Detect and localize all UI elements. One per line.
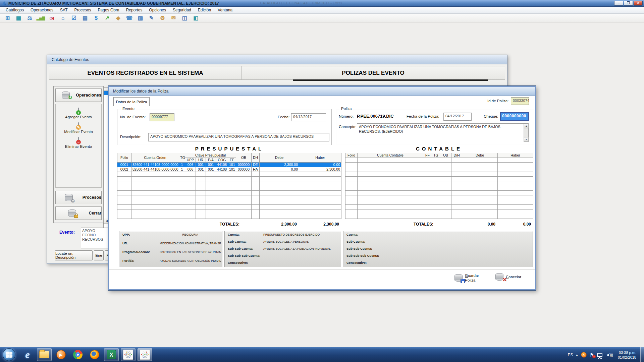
chrome-icon[interactable] bbox=[70, 348, 85, 361]
antivirus-icon[interactable]: a bbox=[581, 352, 587, 358]
exit-icon[interactable]: ◧ bbox=[190, 14, 201, 22]
menu-operaciones[interactable]: Operaciones bbox=[28, 7, 56, 13]
ledger-book-icon[interactable]: ▤ bbox=[79, 14, 91, 22]
atom-2-icon bbox=[140, 350, 150, 360]
language-indicator[interactable]: ES bbox=[568, 353, 573, 357]
scroll-up-icon[interactable]: ▲ bbox=[524, 124, 529, 128]
empty-row bbox=[117, 186, 341, 191]
table-row[interactable]: 000282500-441-44108-0000-000010060010014… bbox=[117, 167, 341, 172]
tab-eventos-registrados[interactable]: EVENTOS REGISTRADOS EN EL SISTEMA bbox=[49, 66, 241, 80]
sidebar-panel: ↻ Operaciones +Agregar Evento✎Modificar … bbox=[53, 86, 104, 223]
info-row: Sub Cuenta:AYUDAS SOCIALES A PERSONAS bbox=[225, 238, 341, 245]
fecha-evento-field[interactable]: 04/12/2017 bbox=[291, 113, 326, 121]
sidebar-item-operaciones[interactable]: ↻ Operaciones bbox=[55, 88, 102, 102]
show-desktop-button[interactable] bbox=[640, 347, 644, 362]
month-ene-button[interactable]: Ene bbox=[94, 250, 104, 260]
sidebar-item-agregar-evento[interactable]: +Agregar Evento bbox=[56, 108, 101, 119]
evento-value-box[interactable]: APOYO ECONO RECURSOS bbox=[81, 228, 110, 248]
concepto-scrollbar[interactable]: ▲ ▼ bbox=[524, 124, 528, 142]
tasks-check-icon[interactable]: ☑ bbox=[68, 14, 79, 22]
excel-icon[interactable]: X bbox=[104, 348, 119, 361]
info-value: AYUDAS SOCIALES A LA POBLACIÓN INDIVIDUA… bbox=[160, 259, 221, 262]
sidebar-actions: +Agregar Evento✎Modificar Evento−Elimina… bbox=[55, 104, 102, 188]
budget-dollar-icon[interactable]: ($) bbox=[46, 14, 57, 22]
minimize-button[interactable]: – bbox=[614, 1, 623, 6]
media-icon[interactable]: ◫ bbox=[179, 14, 190, 22]
hidden-icons-button[interactable]: ▴ bbox=[576, 353, 578, 357]
menu-reportes[interactable]: Reportes bbox=[123, 7, 146, 13]
info-value: REGIDURÍA bbox=[160, 233, 221, 236]
settings-gear-icon[interactable]: ⚙ bbox=[157, 14, 168, 22]
locate-on-descripcion-button[interactable]: Locate on: Descripción bbox=[55, 250, 93, 260]
sidebar-item-modificar-evento[interactable]: ✎Modificar Evento bbox=[56, 123, 101, 134]
numero-value: P.PEE.006719.DIC bbox=[357, 114, 394, 119]
money-icon[interactable]: $ bbox=[91, 14, 102, 22]
menu-sat[interactable]: SAT bbox=[57, 7, 70, 13]
taskbar-clock[interactable]: 03:38 p.m. 01/02/2018 bbox=[618, 350, 636, 360]
no-evento-label: No. de Evento: bbox=[120, 115, 146, 119]
fecha-evento-label: Fecha: bbox=[278, 115, 289, 119]
close-button[interactable]: × bbox=[634, 1, 643, 6]
guardar-poliza-button[interactable]: GuardarPoliza bbox=[454, 273, 479, 283]
scroll-down-icon[interactable]: ▼ bbox=[524, 137, 529, 142]
maximize-button[interactable]: ❒ bbox=[624, 1, 633, 6]
mail-icon[interactable]: ✉ bbox=[168, 14, 179, 22]
contabilidad-app-2-icon[interactable] bbox=[138, 348, 152, 361]
balance-scales-icon[interactable]: ⚖ bbox=[24, 14, 35, 22]
info-row: Sub Cuenta: bbox=[343, 238, 533, 245]
concepto-field[interactable]: APOYO ECONOMICO PAAREALIZAR UNA TOMOGRAF… bbox=[357, 123, 529, 142]
menu-procesos[interactable]: Procesos bbox=[71, 7, 94, 13]
sidebar-item-eliminar-evento[interactable]: −Eliminar Evento bbox=[56, 137, 101, 148]
table-row[interactable]: 000182600-441-44108-0000-000010060010014… bbox=[117, 163, 341, 167]
internet-explorer-icon[interactable]: e bbox=[20, 348, 35, 361]
file-explorer-icon[interactable] bbox=[37, 348, 52, 361]
concepto-label: Concepto: bbox=[339, 125, 356, 129]
bank-building-icon[interactable]: ⌂ bbox=[57, 14, 68, 22]
menu-edición[interactable]: Edición bbox=[195, 7, 214, 13]
fecha-poliza-field[interactable]: 04/12/2017 bbox=[443, 113, 472, 121]
contable-totales-label: TOTALES: bbox=[414, 222, 433, 227]
presupuestal-title: PRESUPUESTAL bbox=[117, 146, 342, 152]
sidebar-item-label: Agregar Evento bbox=[56, 115, 101, 119]
report-icon[interactable]: ▥ bbox=[135, 14, 146, 22]
empty-row bbox=[117, 191, 341, 195]
cancelar-button[interactable]: × Cancelar bbox=[495, 273, 521, 281]
tab-polizas-del-evento[interactable]: POLIZAS DEL EVENTO bbox=[241, 66, 505, 80]
menu-seguridad[interactable]: Seguridad bbox=[170, 7, 194, 13]
tab-datos-de-la-poliza[interactable]: Datos de la Poliza bbox=[113, 97, 150, 106]
menu-opciones[interactable]: Opciones bbox=[146, 7, 169, 13]
edit-document-icon[interactable]: ✎ bbox=[146, 14, 157, 22]
info-label: Consecutivo: bbox=[346, 261, 367, 264]
catalog-grid-icon[interactable]: ⊞ bbox=[2, 14, 13, 22]
menu-catálogos[interactable]: Catálogos bbox=[3, 7, 27, 13]
empty-row bbox=[345, 200, 533, 205]
info-label: Sub Sub Cuenta: bbox=[346, 247, 372, 250]
network-icon[interactable] bbox=[597, 353, 602, 357]
id-poliza-value: 00033074 bbox=[511, 97, 529, 105]
contable-total-haber: 0.00 bbox=[497, 222, 531, 227]
income-arrow-icon[interactable]: ↗ bbox=[102, 14, 113, 22]
contabilidad-app-icon[interactable] bbox=[121, 348, 136, 361]
taskbar: e ▶ X ES ▴ a ⚑× ◄))) 03:38 p.m. 01/02/20… bbox=[0, 347, 644, 362]
menu-ventana[interactable]: Ventana bbox=[215, 7, 235, 13]
empty-row bbox=[345, 172, 533, 177]
start-button[interactable] bbox=[3, 348, 15, 361]
no-evento-field[interactable]: 00009777 bbox=[150, 113, 174, 121]
action-center-flag-icon[interactable]: ⚑× bbox=[590, 352, 594, 358]
purchases-icon[interactable]: ◈ bbox=[113, 14, 124, 22]
empty-row bbox=[345, 181, 533, 186]
cheque-field[interactable]: 0000000000 bbox=[500, 112, 529, 121]
contable-table: FolioCuenta ContableFFTGOBD/HDebeHaber bbox=[345, 153, 533, 219]
empty-row bbox=[345, 205, 533, 209]
sidebar-item-cerrar[interactable]: Cerrar bbox=[55, 206, 102, 220]
volume-icon[interactable]: ◄))) bbox=[605, 352, 613, 357]
menu-pagos-obra[interactable]: Pagos Obra bbox=[95, 7, 122, 13]
phone-icon[interactable]: ☎ bbox=[124, 14, 135, 22]
descripcion-field[interactable]: APOYO ECONOMICO PAAREALIZAR UNA TOMOGRAF… bbox=[148, 133, 329, 141]
firefox-icon[interactable] bbox=[87, 348, 102, 361]
bar-chart-icon[interactable]: ▂▅▇ bbox=[35, 14, 46, 22]
calendar-icon[interactable]: ▦ bbox=[13, 14, 24, 22]
media-player-icon[interactable]: ▶ bbox=[54, 348, 68, 361]
cheque-label: Cheque: bbox=[484, 114, 498, 118]
sidebar-item-procesos[interactable]: ⛁ Procesos bbox=[55, 191, 102, 204]
